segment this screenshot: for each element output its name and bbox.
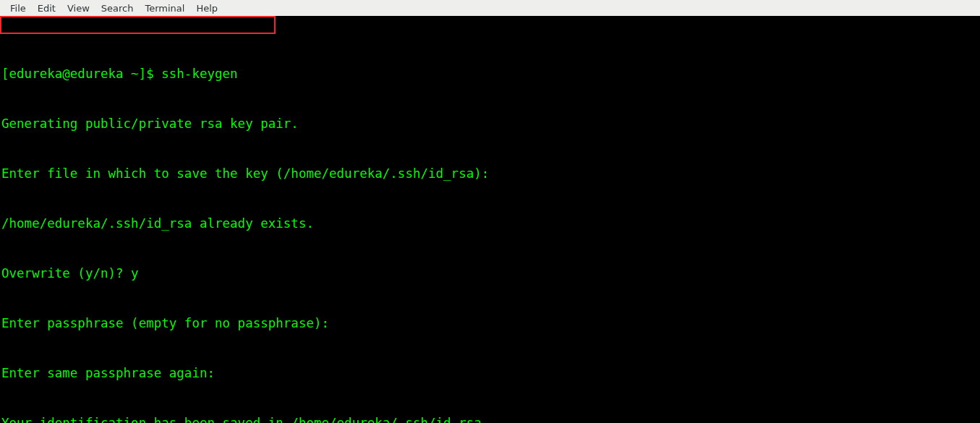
menu-terminal[interactable]: Terminal bbox=[139, 1, 190, 15]
prompt-user-host: [edureka@edureka ~] bbox=[1, 67, 146, 81]
menu-search[interactable]: Search bbox=[95, 1, 140, 15]
output-line: Enter same passphrase again: bbox=[1, 365, 979, 382]
terminal-area[interactable]: [edureka@edureka ~]$ ssh-keygen Generati… bbox=[0, 16, 980, 423]
highlight-annotation bbox=[0, 16, 276, 34]
output-line: Enter file in which to save the key (/ho… bbox=[1, 166, 979, 182]
menu-help[interactable]: Help bbox=[190, 1, 223, 15]
output-line: Enter passphrase (empty for no passphras… bbox=[1, 315, 979, 332]
prompt-line-1: [edureka@edureka ~]$ ssh-keygen bbox=[1, 66, 979, 82]
menu-edit[interactable]: Edit bbox=[32, 1, 61, 15]
menubar: File Edit View Search Terminal Help bbox=[0, 0, 980, 16]
prompt-dollar: $ bbox=[146, 67, 161, 81]
output-line: Generating public/private rsa key pair. bbox=[1, 116, 979, 132]
menu-file[interactable]: File bbox=[4, 1, 32, 15]
output-line: /home/edureka/.ssh/id_rsa already exists… bbox=[1, 215, 979, 232]
output-line: Your identification has been saved in /h… bbox=[1, 415, 979, 423]
output-line: Overwrite (y/n)? y bbox=[1, 265, 979, 282]
menu-view[interactable]: View bbox=[61, 1, 95, 15]
command-text: ssh-keygen bbox=[161, 67, 237, 81]
